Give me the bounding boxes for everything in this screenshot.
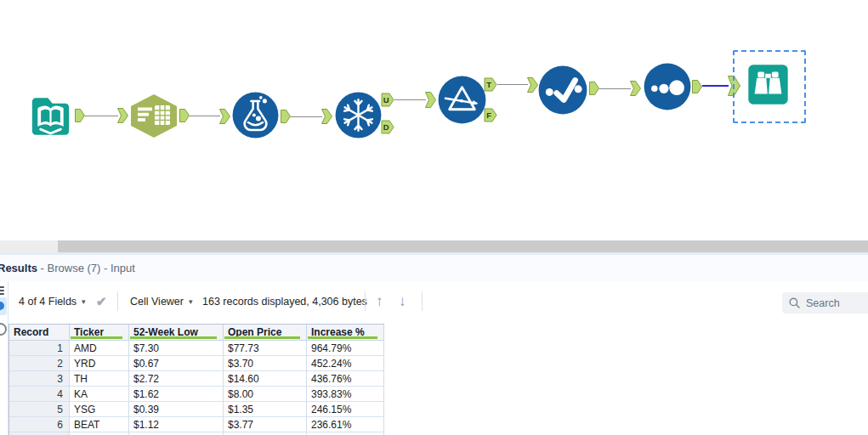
data-cell[interactable]: KA [70, 387, 129, 402]
data-cell[interactable]: 452.24% [307, 356, 384, 371]
toolbar-separator [117, 291, 118, 311]
check-circle-tool[interactable] [538, 65, 587, 115]
metadata-toggle-icon[interactable] [0, 323, 7, 336]
input-anchor[interactable] [630, 81, 641, 96]
output-anchor[interactable] [75, 109, 85, 122]
data-cell[interactable]: $77.73 [224, 341, 307, 356]
connection-wire[interactable] [497, 84, 528, 85]
output-anchor[interactable] [692, 80, 702, 93]
data-cell[interactable]: YRD [70, 356, 129, 371]
data-cell[interactable]: YSG [70, 402, 129, 417]
sample-dots-tool[interactable] [644, 63, 691, 110]
data-cell[interactable]: $0.67 [129, 356, 224, 371]
svg-text:T: T [486, 80, 491, 89]
input-anchor[interactable] [219, 109, 230, 124]
record-number-cell[interactable]: 1 [9, 341, 70, 356]
apply-check-button[interactable]: ✔ [96, 281, 107, 321]
cell-viewer-dropdown[interactable]: Cell Viewer ▾ [130, 281, 193, 321]
svg-text:U: U [383, 95, 389, 105]
record-number-cell[interactable]: 4 [9, 387, 70, 402]
record-number-cell[interactable]: 6 [9, 417, 70, 432]
data-cell[interactable]: $3.70 [224, 356, 307, 371]
column-header-increase-[interactable]: Increase % [307, 325, 384, 341]
chevron-down-icon: ▾ [82, 297, 86, 306]
scroll-down-button[interactable]: ↓ [399, 281, 406, 321]
output-anchor[interactable] [179, 109, 190, 122]
browse-tool[interactable] [746, 62, 791, 107]
unique-tool[interactable] [335, 92, 382, 138]
data-cell[interactable]: $2.72 [129, 371, 224, 387]
data-cell[interactable]: 236.61% [307, 417, 384, 432]
table-row[interactable]: 5YSG$0.39$1.35246.15% [9, 402, 384, 417]
input-anchor[interactable] [527, 77, 538, 93]
unique-output-anchor-D[interactable]: D [381, 120, 394, 134]
cell-viewer-label: Cell Viewer [130, 296, 184, 308]
column-header-underline [71, 336, 122, 339]
connection-wire[interactable] [599, 88, 631, 89]
workflow-canvas[interactable]: U D T F [0, 0, 868, 240]
input-anchor[interactable] [117, 108, 128, 123]
search-box[interactable] [782, 292, 868, 314]
data-cell[interactable]: $3.77 [224, 417, 307, 432]
data-cell[interactable]: $14.60 [224, 371, 307, 387]
data-cell[interactable]: 964.79% [307, 341, 384, 356]
connection-wire[interactable] [394, 99, 426, 100]
input-data-tool[interactable] [28, 94, 73, 138]
table-row[interactable]: 6BEAT$1.12$3.77236.61% [9, 417, 384, 432]
toolbar-separator [422, 291, 423, 311]
column-header-ticker[interactable]: Ticker [70, 325, 129, 341]
data-cell[interactable]: $0.39 [129, 402, 224, 417]
column-header-open-price[interactable]: Open Price [224, 325, 307, 341]
data-cell[interactable]: BEAT [70, 417, 129, 432]
data-cell[interactable]: TH [70, 371, 129, 387]
search-input[interactable] [804, 293, 868, 314]
data-cell[interactable]: AMD [70, 341, 129, 356]
data-cell[interactable]: $1.35 [224, 402, 307, 417]
connection-wire[interactable] [85, 116, 118, 116]
results-title-sub: - Browse (7) - Input [37, 262, 135, 274]
profile-toggle-icon[interactable] [0, 297, 7, 315]
table-row[interactable]: 1AMD$7.30$77.73964.79% [9, 341, 384, 356]
column-header-52-week-low[interactable]: 52-Week Low [129, 325, 224, 341]
connection-wire[interactable] [291, 116, 322, 117]
record-number-cell[interactable]: 2 [9, 356, 70, 371]
results-toolbar: 4 of 4 Fields ▾ ✔ Cell Viewer ▾ 163 reco… [9, 281, 868, 321]
browse-binoculars-icon [748, 65, 787, 104]
connection-wire-selected[interactable] [702, 85, 729, 87]
filter-tool[interactable] [438, 76, 486, 124]
column-header-record[interactable]: Record [9, 325, 70, 341]
select-tool[interactable] [129, 93, 179, 138]
canvas-hscrollbar[interactable] [0, 240, 868, 252]
input-anchor[interactable] [425, 92, 436, 108]
records-status: 163 records displayed, 4,306 bytes [202, 281, 367, 321]
svg-text:F: F [486, 110, 491, 120]
formula-tool[interactable] [232, 92, 279, 138]
up-arrow-icon: ↑ [376, 293, 383, 310]
table-row[interactable]: 4KA$1.62$8.00393.83% [9, 387, 384, 402]
connection-wire[interactable] [190, 116, 220, 116]
data-cell[interactable]: $7.30 [129, 341, 224, 356]
data-cell[interactable]: 393.83% [307, 387, 384, 402]
scroll-up-button[interactable]: ↑ [376, 281, 383, 321]
results-header: Results - Browse (7) - Input [0, 255, 868, 281]
output-anchor[interactable] [281, 110, 291, 123]
table-row[interactable]: 3TH$2.72$14.60436.76% [9, 371, 384, 387]
list-icon[interactable] [0, 286, 4, 297]
data-cell[interactable]: $1.12 [129, 417, 224, 432]
input-anchor[interactable] [321, 109, 332, 124]
results-title: Results - Browse (7) - Input [0, 262, 135, 274]
table-row[interactable]: 2YRD$0.67$3.70452.24% [9, 356, 384, 371]
data-cell[interactable]: $1.62 [129, 387, 224, 402]
record-number-cell[interactable]: 3 [9, 371, 70, 387]
data-cell[interactable]: 436.76% [307, 371, 384, 387]
column-header-underline [308, 336, 377, 339]
hscrollbar-thumb[interactable] [58, 240, 868, 252]
column-header-underline [130, 336, 217, 339]
output-anchor[interactable] [589, 82, 599, 95]
data-cell[interactable]: $8.00 [224, 387, 307, 402]
fields-dropdown[interactable]: 4 of 4 Fields ▾ [19, 281, 86, 321]
data-cell[interactable]: 246.15% [307, 402, 384, 417]
record-number-cell[interactable]: 5 [9, 402, 70, 417]
results-title-bold: Results [0, 262, 37, 274]
unique-output-anchor-U[interactable]: U [381, 93, 394, 107]
